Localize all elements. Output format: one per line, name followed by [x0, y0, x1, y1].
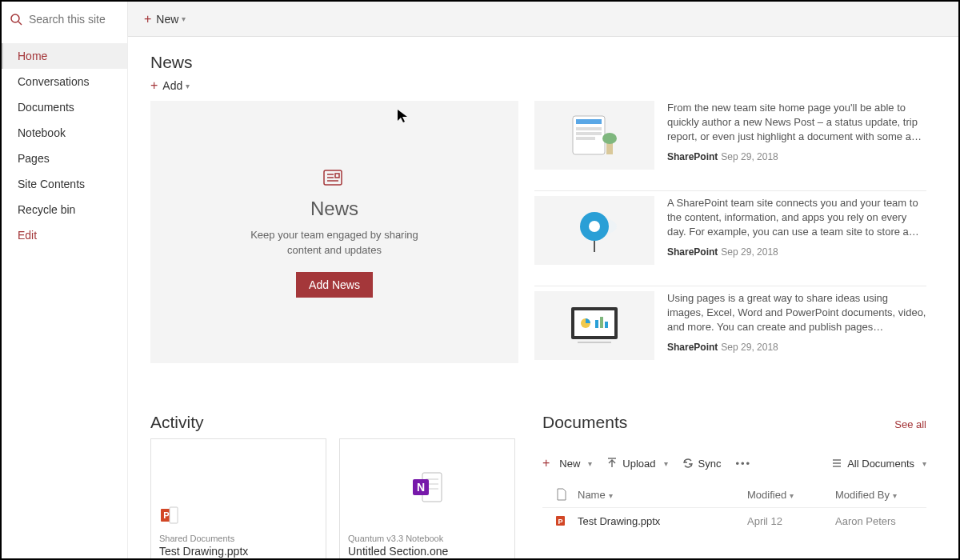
- chevron-down-icon: ▾: [790, 491, 794, 500]
- chevron-down-icon: ▾: [664, 459, 668, 468]
- documents-new-button[interactable]: +New▾: [542, 456, 592, 470]
- sidebar-item-conversations[interactable]: Conversations: [2, 69, 127, 94]
- chevron-down-icon: ▾: [893, 491, 897, 500]
- documents-view-switcher[interactable]: All Documents▾: [831, 458, 926, 470]
- topbar-actions: + New ▾: [128, 12, 202, 26]
- upload-icon: [606, 458, 618, 469]
- documents-table: Name▾ Modified▾ Modified By▾ P Test Draw…: [542, 482, 926, 534]
- news-thumb-tablet: [534, 101, 654, 170]
- new-label: New: [156, 13, 178, 26]
- svg-rect-10: [576, 132, 602, 135]
- activity-card-library: Quantum v3.3 Notebook: [348, 534, 506, 543]
- see-all-link[interactable]: See all: [894, 418, 926, 430]
- plus-icon: +: [542, 456, 550, 470]
- svg-text:N: N: [417, 481, 425, 494]
- column-name[interactable]: Name▾: [578, 489, 747, 501]
- sidebar-item-notebook[interactable]: Notebook: [2, 120, 127, 146]
- news-excerpt: A SharePoint team site connects you and …: [667, 196, 926, 240]
- add-news-button[interactable]: Add News: [296, 272, 373, 298]
- svg-rect-27: [170, 507, 178, 523]
- file-icon: [556, 488, 567, 501]
- news-list: From the new team site home page you'll …: [534, 101, 926, 381]
- news-section: News + Add ▾ News Keep your team engaged…: [150, 53, 926, 381]
- news-add-label: Add: [162, 79, 182, 92]
- documents-more-button[interactable]: •••: [735, 458, 751, 470]
- ellipsis-icon: •••: [735, 458, 751, 470]
- documents-toolbar: +New▾ Upload▾ Sync ••• All Documents▾: [542, 451, 926, 475]
- activity-card[interactable]: P Shared Documents Test Drawing.pptx: [150, 438, 326, 558]
- sidebar-item-documents[interactable]: Documents: [2, 94, 127, 120]
- activity-card-name: Test Drawing.pptx: [159, 545, 318, 558]
- sync-icon: [682, 458, 694, 469]
- activity-card[interactable]: N Quantum v3.3 Notebook Untitled Section…: [339, 438, 515, 558]
- plus-icon: +: [150, 78, 158, 93]
- news-hero: News Keep your team engaged by sharing c…: [150, 101, 518, 363]
- table-header: Name▾ Modified▾ Modified By▾: [542, 482, 926, 508]
- svg-rect-24: [578, 342, 611, 343]
- chevron-down-icon: ▾: [182, 14, 186, 23]
- svg-rect-11: [576, 137, 595, 140]
- svg-rect-22: [600, 317, 603, 328]
- chevron-down-icon: ▾: [609, 491, 613, 500]
- sidebar-edit[interactable]: Edit: [2, 222, 127, 248]
- chevron-down-icon: ▾: [588, 459, 592, 468]
- main-content: News + Add ▾ News Keep your team engaged…: [128, 37, 958, 558]
- row-modified: April 12: [747, 515, 835, 527]
- documents-section-title: Documents: [542, 413, 627, 432]
- search-box[interactable]: [2, 2, 128, 37]
- svg-rect-21: [595, 320, 598, 328]
- news-item[interactable]: From the new team site home page you'll …: [534, 101, 926, 186]
- sidebar-item-recycle-bin[interactable]: Recycle bin: [2, 197, 127, 222]
- onenote-icon: N: [410, 470, 445, 507]
- view-icon: [831, 458, 842, 469]
- svg-rect-6: [335, 174, 339, 178]
- search-input[interactable]: [29, 13, 119, 26]
- news-meta: SharePointSep 29, 2018: [667, 246, 926, 258]
- svg-rect-9: [576, 127, 602, 130]
- news-add-button[interactable]: + Add ▾: [150, 78, 926, 93]
- svg-text:P: P: [163, 510, 169, 520]
- new-button[interactable]: + New ▾: [144, 12, 186, 26]
- documents-sync-button[interactable]: Sync: [682, 458, 722, 470]
- table-row[interactable]: P Test Drawing.pptx April 12 Aaron Peter…: [542, 508, 926, 534]
- svg-line-1: [18, 22, 22, 25]
- svg-text:P: P: [558, 518, 562, 526]
- documents-section: Documents See all +New▾ Upload▾ Sync •••…: [542, 413, 926, 558]
- news-section-title: News: [150, 53, 926, 72]
- sidebar-item-home[interactable]: Home: [2, 43, 127, 69]
- column-modified[interactable]: Modified▾: [747, 489, 835, 501]
- svg-point-16: [589, 221, 600, 232]
- news-item[interactable]: Using pages is a great way to share idea…: [534, 286, 926, 376]
- topbar: + New ▾: [2, 2, 958, 37]
- sidebar-item-pages[interactable]: Pages: [2, 146, 127, 171]
- activity-card-name: Untitled Section.one: [348, 545, 506, 558]
- news-excerpt: From the new team site home page you'll …: [667, 101, 926, 145]
- svg-point-13: [602, 133, 617, 144]
- row-modified-by: Aaron Peters: [835, 515, 923, 527]
- news-item[interactable]: A SharePoint team site connects you and …: [534, 190, 926, 281]
- news-thumb-monitor: [534, 291, 654, 360]
- news-hero-desc: Keep your team engaged by sharing conten…: [238, 228, 430, 257]
- activity-section: Activity P Shared Documents Test Drawing…: [150, 413, 518, 558]
- column-modified-by[interactable]: Modified By▾: [835, 489, 923, 501]
- documents-upload-button[interactable]: Upload▾: [606, 458, 667, 470]
- row-name: Test Drawing.pptx: [578, 515, 747, 527]
- svg-rect-19: [574, 310, 614, 336]
- search-icon: [10, 13, 22, 26]
- powerpoint-icon: P: [546, 514, 578, 527]
- activity-section-title: Activity: [150, 413, 518, 432]
- news-icon: [323, 166, 346, 191]
- chevron-down-icon: ▾: [922, 459, 926, 468]
- sidebar: Home Conversations Documents Notebook Pa…: [2, 37, 128, 558]
- news-excerpt: Using pages is a great way to share idea…: [667, 291, 926, 335]
- svg-point-0: [11, 14, 19, 22]
- activity-card-library: Shared Documents: [159, 534, 318, 543]
- sidebar-item-site-contents[interactable]: Site Contents: [2, 171, 127, 197]
- powerpoint-icon: P: [159, 506, 178, 527]
- svg-rect-8: [576, 119, 602, 124]
- news-thumb-bulb: [534, 196, 654, 265]
- chevron-down-icon: ▾: [186, 82, 190, 90]
- news-hero-title: News: [310, 198, 358, 220]
- news-meta: SharePointSep 29, 2018: [667, 342, 926, 353]
- plus-icon: +: [144, 12, 151, 26]
